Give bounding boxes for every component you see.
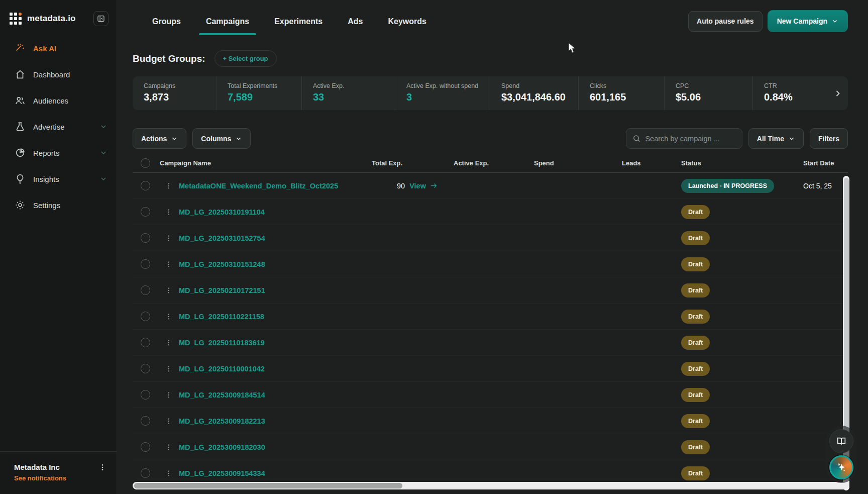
- status-cell: Draft: [674, 310, 796, 324]
- sidebar-item-advertise[interactable]: Advertise: [0, 114, 117, 140]
- page-tabs: Groups Campaigns Experiments Ads Keyword…: [143, 13, 436, 35]
- vertical-scrollbar-thumb[interactable]: [844, 178, 849, 443]
- workspace-kebab-icon[interactable]: [98, 463, 106, 471]
- row-checkbox[interactable]: [141, 259, 150, 269]
- sidebar-item-label: Ask AI: [33, 44, 107, 53]
- sidebar-collapse-button[interactable]: [93, 11, 108, 26]
- chevron-down-icon: [788, 135, 795, 142]
- campaign-name-link[interactable]: MD_LG_20250110221158: [179, 313, 369, 321]
- row-kebab-icon[interactable]: [165, 260, 173, 268]
- row-kebab-icon[interactable]: [165, 365, 173, 373]
- campaign-name-link[interactable]: MD_LG_20253009154334: [179, 469, 369, 477]
- row-kebab-icon[interactable]: [165, 417, 173, 425]
- stat-label: Active Exp.: [313, 82, 395, 89]
- row-checkbox[interactable]: [141, 312, 150, 321]
- row-checkbox[interactable]: [141, 416, 150, 426]
- stat-value: $5.06: [676, 91, 752, 103]
- table-body: MetadataONE_Weekend_Demo_Blitz_Oct202590…: [133, 173, 848, 483]
- horizontal-scrollbar-thumb[interactable]: [134, 483, 402, 488]
- select-group-button[interactable]: + Select group: [214, 50, 277, 67]
- row-kebab-icon[interactable]: [165, 339, 173, 347]
- help-docs-button[interactable]: [829, 429, 853, 453]
- filters-label: Filters: [818, 135, 839, 143]
- campaign-name-link[interactable]: MD_LG_20253009182030: [179, 443, 369, 451]
- search-input[interactable]: [645, 135, 735, 143]
- row-kebab-icon[interactable]: [165, 391, 173, 399]
- campaign-name-link[interactable]: MD_LG_20253009184514: [179, 391, 369, 399]
- horizontal-scrollbar-track[interactable]: [133, 482, 848, 489]
- stat-value: 3: [406, 91, 490, 103]
- row-checkbox[interactable]: [141, 233, 150, 243]
- stat-value: $3,041,846.60: [501, 91, 578, 103]
- table-header-row: Campaign Name Total Exp. Active Exp. Spe…: [133, 154, 848, 173]
- sidebar-item-audiences[interactable]: Audiences: [0, 87, 117, 114]
- ai-assistant-button[interactable]: [829, 455, 853, 479]
- time-range-label: All Time: [757, 135, 784, 143]
- view-experiments-link[interactable]: View: [409, 181, 438, 190]
- status-badge: Launched - IN PROGRESS: [681, 179, 774, 193]
- row-checkbox[interactable]: [141, 207, 150, 217]
- tab-groups[interactable]: Groups: [143, 13, 190, 35]
- stats-next-icon[interactable]: [833, 88, 843, 98]
- campaigns-table: Campaign Name Total Exp. Active Exp. Spe…: [133, 154, 848, 483]
- select-all-checkbox[interactable]: [141, 158, 150, 168]
- see-notifications-link[interactable]: See notifications: [14, 474, 106, 482]
- sidebar-item-label: Insights: [33, 175, 99, 183]
- campaign-name-link[interactable]: MD_LG_20250310191104: [179, 208, 369, 216]
- row-checkbox[interactable]: [141, 364, 150, 373]
- row-checkbox[interactable]: [141, 181, 150, 190]
- campaign-name-link[interactable]: MD_LG_20250110183619: [179, 339, 369, 347]
- row-kebab-icon[interactable]: [165, 443, 173, 451]
- chevron-down-icon: [99, 175, 107, 183]
- row-kebab-icon[interactable]: [165, 286, 173, 294]
- tab-keywords[interactable]: Keywords: [379, 13, 435, 35]
- stat-label: Active Exp. without spend: [406, 82, 490, 89]
- sidebar-item-dashboard[interactable]: Dashboard: [0, 61, 117, 87]
- row-kebab-icon[interactable]: [165, 469, 173, 477]
- table-row: MD_LG_20253009184514Draft: [133, 382, 848, 408]
- table-row: MD_LG_20253009154334Draft: [133, 460, 848, 483]
- row-kebab-icon[interactable]: [165, 208, 173, 216]
- row-checkbox[interactable]: [141, 390, 150, 400]
- table-row: MD_LG_20250110183619Draft: [133, 330, 848, 356]
- table-row: MD_LG_20250210172151Draft: [133, 277, 848, 304]
- row-checkbox[interactable]: [141, 468, 150, 478]
- campaign-name-link[interactable]: MD_LG_20250310152754: [179, 234, 369, 242]
- status-cell: Draft: [674, 257, 796, 271]
- row-kebab-icon[interactable]: [165, 234, 173, 242]
- campaign-search[interactable]: [626, 128, 742, 149]
- sidebar-item-ask-ai[interactable]: Ask AI: [0, 35, 117, 61]
- campaign-name-link[interactable]: MD_LG_20250310151248: [179, 260, 369, 268]
- new-campaign-button[interactable]: New Campaign: [768, 10, 848, 32]
- campaign-name-link[interactable]: MD_LG_20250110001042: [179, 365, 369, 373]
- row-checkbox[interactable]: [141, 442, 150, 452]
- status-cell: Draft: [674, 388, 796, 402]
- table-row: MD_LG_20250310152754Draft: [133, 225, 848, 251]
- row-checkbox[interactable]: [141, 285, 150, 295]
- campaign-name-link[interactable]: MetadataONE_Weekend_Demo_Blitz_Oct2025: [179, 182, 369, 190]
- gear-icon: [15, 200, 26, 211]
- sidebar-item-insights[interactable]: Insights: [0, 166, 117, 192]
- tab-ads[interactable]: Ads: [339, 13, 372, 35]
- campaign-name-link[interactable]: MD_LG_20250210172151: [179, 286, 369, 294]
- columns-dropdown[interactable]: Columns: [192, 128, 251, 149]
- actions-dropdown[interactable]: Actions: [133, 128, 186, 149]
- sidebar-item-reports[interactable]: Reports: [0, 140, 117, 166]
- sidebar-item-label: Reports: [33, 149, 99, 157]
- arrow-right-icon: [429, 181, 438, 190]
- tab-campaigns[interactable]: Campaigns: [197, 13, 258, 35]
- filters-button[interactable]: Filters: [810, 128, 848, 149]
- status-badge: Draft: [681, 440, 710, 454]
- campaign-name-link[interactable]: MD_LG_20253009182213: [179, 417, 369, 425]
- row-checkbox[interactable]: [141, 338, 150, 347]
- row-kebab-icon[interactable]: [165, 313, 173, 321]
- sidebar-item-settings[interactable]: Settings: [0, 192, 117, 218]
- table-toolbar: Actions Columns All Time Filters: [133, 128, 848, 149]
- tab-experiments[interactable]: Experiments: [265, 13, 332, 35]
- auto-pause-rules-button[interactable]: Auto pause rules: [688, 11, 763, 32]
- time-range-dropdown[interactable]: All Time: [748, 128, 804, 149]
- brand-name: metadata.io: [27, 14, 93, 24]
- floating-button-stack: [826, 426, 857, 483]
- row-kebab-icon[interactable]: [165, 182, 173, 190]
- metadata-logo-icon: [9, 12, 22, 25]
